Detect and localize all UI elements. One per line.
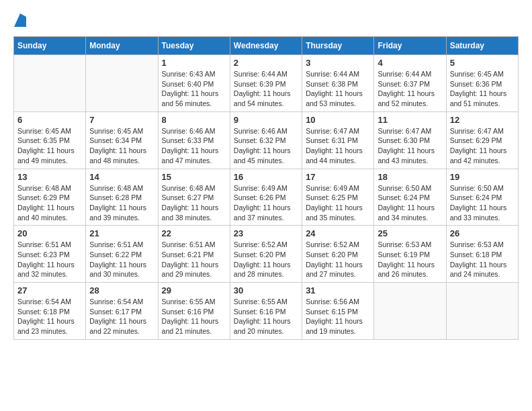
day-info: Sunrise: 6:54 AMSunset: 6:17 PMDaylight:…: [89, 297, 154, 336]
day-info: Sunrise: 6:52 AMSunset: 6:20 PMDaylight:…: [306, 240, 370, 279]
calendar-week-row: 13Sunrise: 6:48 AMSunset: 6:29 PMDayligh…: [14, 169, 519, 226]
calendar-cell: 20Sunrise: 6:51 AMSunset: 6:23 PMDayligh…: [14, 226, 86, 283]
day-info: Sunrise: 6:50 AMSunset: 6:24 PMDaylight:…: [450, 183, 515, 223]
day-info: Sunrise: 6:56 AMSunset: 6:15 PMDaylight:…: [306, 297, 370, 336]
weekday-header-saturday: Saturday: [446, 37, 518, 55]
day-number: 29: [162, 285, 226, 295]
day-number: 14: [89, 172, 154, 182]
day-number: 28: [89, 285, 154, 295]
calendar-cell: [374, 283, 446, 340]
day-number: 16: [234, 172, 298, 182]
day-info: Sunrise: 6:44 AMSunset: 6:39 PMDaylight:…: [234, 69, 298, 109]
weekday-header-thursday: Thursday: [302, 37, 374, 55]
day-number: 2: [234, 58, 298, 68]
day-number: 27: [17, 285, 82, 295]
weekday-header-tuesday: Tuesday: [158, 37, 230, 55]
day-number: 12: [450, 115, 515, 125]
calendar-header-row: SundayMondayTuesdayWednesdayThursdayFrid…: [14, 37, 519, 55]
calendar-cell: 2Sunrise: 6:44 AMSunset: 6:39 PMDaylight…: [230, 55, 302, 112]
day-number: 23: [234, 228, 298, 238]
day-info: Sunrise: 6:51 AMSunset: 6:21 PMDaylight:…: [162, 240, 226, 279]
calendar-table: SundayMondayTuesdayWednesdayThursdayFrid…: [13, 36, 519, 340]
calendar-cell: 28Sunrise: 6:54 AMSunset: 6:17 PMDayligh…: [86, 283, 158, 340]
day-info: Sunrise: 6:47 AMSunset: 6:30 PMDaylight:…: [378, 126, 442, 166]
calendar-cell: 24Sunrise: 6:52 AMSunset: 6:20 PMDayligh…: [302, 226, 374, 283]
calendar-cell: 11Sunrise: 6:47 AMSunset: 6:30 PMDayligh…: [374, 111, 446, 169]
weekday-header-monday: Monday: [86, 37, 158, 55]
page-header: [13, 13, 519, 30]
calendar-cell: 5Sunrise: 6:45 AMSunset: 6:36 PMDaylight…: [446, 55, 518, 112]
day-number: 18: [378, 172, 442, 182]
logo-chevron-icon: [14, 13, 26, 30]
day-info: Sunrise: 6:53 AMSunset: 6:18 PMDaylight:…: [450, 240, 515, 279]
day-info: Sunrise: 6:51 AMSunset: 6:23 PMDaylight:…: [17, 240, 82, 279]
calendar-cell: 15Sunrise: 6:48 AMSunset: 6:27 PMDayligh…: [158, 169, 230, 226]
calendar-week-row: 20Sunrise: 6:51 AMSunset: 6:23 PMDayligh…: [14, 226, 519, 283]
day-info: Sunrise: 6:50 AMSunset: 6:24 PMDaylight:…: [378, 183, 442, 223]
day-info: Sunrise: 6:44 AMSunset: 6:37 PMDaylight:…: [378, 69, 442, 109]
calendar-cell: 13Sunrise: 6:48 AMSunset: 6:29 PMDayligh…: [14, 169, 86, 226]
calendar-cell: 4Sunrise: 6:44 AMSunset: 6:37 PMDaylight…: [374, 55, 446, 112]
day-info: Sunrise: 6:46 AMSunset: 6:33 PMDaylight:…: [162, 126, 226, 166]
day-number: 13: [17, 172, 82, 182]
day-info: Sunrise: 6:47 AMSunset: 6:31 PMDaylight:…: [306, 126, 370, 166]
calendar-cell: 19Sunrise: 6:50 AMSunset: 6:24 PMDayligh…: [446, 169, 518, 226]
calendar-cell: 10Sunrise: 6:47 AMSunset: 6:31 PMDayligh…: [302, 111, 374, 169]
day-info: Sunrise: 6:44 AMSunset: 6:38 PMDaylight:…: [306, 69, 370, 109]
day-info: Sunrise: 6:43 AMSunset: 6:40 PMDaylight:…: [162, 69, 226, 109]
day-info: Sunrise: 6:54 AMSunset: 6:18 PMDaylight:…: [17, 297, 82, 336]
day-number: 31: [306, 285, 370, 295]
calendar-week-row: 6Sunrise: 6:45 AMSunset: 6:35 PMDaylight…: [14, 111, 519, 169]
calendar-week-row: 27Sunrise: 6:54 AMSunset: 6:18 PMDayligh…: [14, 283, 519, 340]
calendar-cell: 25Sunrise: 6:53 AMSunset: 6:19 PMDayligh…: [374, 226, 446, 283]
calendar-cell: 6Sunrise: 6:45 AMSunset: 6:35 PMDaylight…: [14, 111, 86, 169]
calendar-cell: 8Sunrise: 6:46 AMSunset: 6:33 PMDaylight…: [158, 111, 230, 169]
calendar-cell: [14, 55, 86, 112]
calendar-cell: 27Sunrise: 6:54 AMSunset: 6:18 PMDayligh…: [14, 283, 86, 340]
calendar-cell: [86, 55, 158, 112]
calendar-cell: 31Sunrise: 6:56 AMSunset: 6:15 PMDayligh…: [302, 283, 374, 340]
day-info: Sunrise: 6:55 AMSunset: 6:16 PMDaylight:…: [234, 297, 298, 336]
day-info: Sunrise: 6:45 AMSunset: 6:34 PMDaylight:…: [89, 126, 154, 166]
day-number: 19: [450, 172, 515, 182]
day-number: 8: [162, 115, 226, 125]
day-number: 17: [306, 172, 370, 182]
svg-marker-0: [14, 13, 26, 27]
calendar-cell: 29Sunrise: 6:55 AMSunset: 6:16 PMDayligh…: [158, 283, 230, 340]
calendar-cell: 17Sunrise: 6:49 AMSunset: 6:25 PMDayligh…: [302, 169, 374, 226]
calendar-cell: 3Sunrise: 6:44 AMSunset: 6:38 PMDaylight…: [302, 55, 374, 112]
logo: [13, 13, 26, 30]
day-number: 6: [17, 115, 82, 125]
calendar-week-row: 1Sunrise: 6:43 AMSunset: 6:40 PMDaylight…: [14, 55, 519, 112]
day-number: 15: [162, 172, 226, 182]
day-info: Sunrise: 6:49 AMSunset: 6:26 PMDaylight:…: [234, 183, 298, 223]
day-info: Sunrise: 6:45 AMSunset: 6:36 PMDaylight:…: [450, 69, 515, 109]
day-number: 10: [306, 115, 370, 125]
calendar-cell: [446, 283, 518, 340]
calendar-cell: 18Sunrise: 6:50 AMSunset: 6:24 PMDayligh…: [374, 169, 446, 226]
calendar-cell: 22Sunrise: 6:51 AMSunset: 6:21 PMDayligh…: [158, 226, 230, 283]
day-number: 3: [306, 58, 370, 68]
day-info: Sunrise: 6:53 AMSunset: 6:19 PMDaylight:…: [378, 240, 442, 279]
day-info: Sunrise: 6:46 AMSunset: 6:32 PMDaylight:…: [234, 126, 298, 166]
day-info: Sunrise: 6:48 AMSunset: 6:29 PMDaylight:…: [17, 183, 82, 223]
day-number: 26: [450, 228, 515, 238]
calendar-cell: 21Sunrise: 6:51 AMSunset: 6:22 PMDayligh…: [86, 226, 158, 283]
calendar-cell: 26Sunrise: 6:53 AMSunset: 6:18 PMDayligh…: [446, 226, 518, 283]
calendar-cell: 12Sunrise: 6:47 AMSunset: 6:29 PMDayligh…: [446, 111, 518, 169]
day-number: 25: [378, 228, 442, 238]
day-number: 7: [89, 115, 154, 125]
calendar-cell: 1Sunrise: 6:43 AMSunset: 6:40 PMDaylight…: [158, 55, 230, 112]
weekday-header-friday: Friday: [374, 37, 446, 55]
calendar-cell: 16Sunrise: 6:49 AMSunset: 6:26 PMDayligh…: [230, 169, 302, 226]
day-info: Sunrise: 6:48 AMSunset: 6:28 PMDaylight:…: [89, 183, 154, 223]
day-number: 21: [89, 228, 154, 238]
day-number: 9: [234, 115, 298, 125]
day-info: Sunrise: 6:45 AMSunset: 6:35 PMDaylight:…: [17, 126, 82, 166]
calendar-cell: 30Sunrise: 6:55 AMSunset: 6:16 PMDayligh…: [230, 283, 302, 340]
calendar-cell: 7Sunrise: 6:45 AMSunset: 6:34 PMDaylight…: [86, 111, 158, 169]
day-number: 11: [378, 115, 442, 125]
calendar-cell: 14Sunrise: 6:48 AMSunset: 6:28 PMDayligh…: [86, 169, 158, 226]
day-number: 24: [306, 228, 370, 238]
day-info: Sunrise: 6:49 AMSunset: 6:25 PMDaylight:…: [306, 183, 370, 223]
